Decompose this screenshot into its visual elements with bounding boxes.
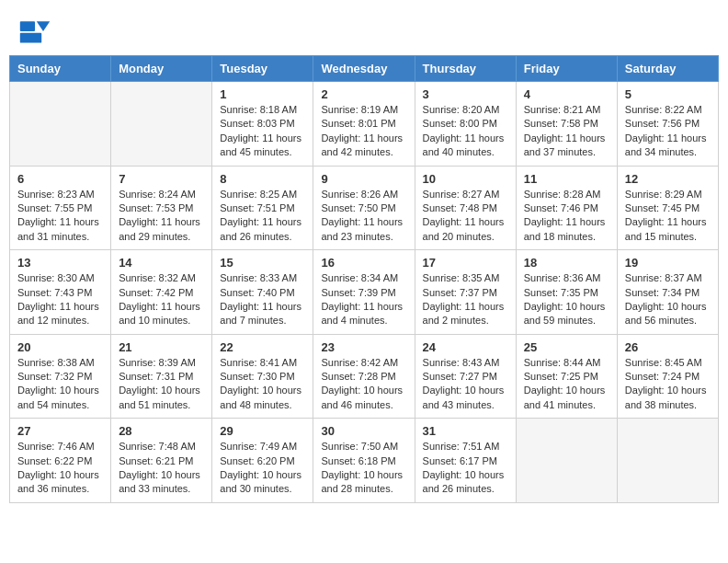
calendar-cell: 16Sunrise: 8:34 AM Sunset: 7:39 PM Dayli… <box>313 250 415 335</box>
day-number: 31 <box>423 424 508 438</box>
calendar-cell: 15Sunrise: 8:33 AM Sunset: 7:40 PM Dayli… <box>212 250 313 335</box>
day-info: Sunrise: 8:34 AM Sunset: 7:39 PM Dayligh… <box>321 271 406 328</box>
day-info: Sunrise: 8:39 AM Sunset: 7:31 PM Dayligh… <box>119 356 204 413</box>
day-number: 30 <box>321 424 406 438</box>
day-info: Sunrise: 8:37 AM Sunset: 7:34 PM Dayligh… <box>625 271 711 328</box>
column-header-saturday: Saturday <box>617 56 718 82</box>
calendar-cell: 13Sunrise: 8:30 AM Sunset: 7:43 PM Dayli… <box>10 250 111 335</box>
day-number: 18 <box>524 256 609 270</box>
page-header <box>0 0 728 55</box>
day-info: Sunrise: 8:25 AM Sunset: 7:51 PM Dayligh… <box>220 188 305 245</box>
calendar-cell: 1Sunrise: 8:18 AM Sunset: 8:03 PM Daylig… <box>212 82 313 167</box>
calendar-cell: 10Sunrise: 8:27 AM Sunset: 7:48 PM Dayli… <box>415 166 516 250</box>
calendar-cell: 18Sunrise: 8:36 AM Sunset: 7:35 PM Dayli… <box>516 250 617 335</box>
calendar-week-row: 1Sunrise: 8:18 AM Sunset: 8:03 PM Daylig… <box>10 82 719 167</box>
day-number: 17 <box>423 256 508 270</box>
calendar-cell: 27Sunrise: 7:46 AM Sunset: 6:22 PM Dayli… <box>10 419 111 503</box>
day-info: Sunrise: 7:46 AM Sunset: 6:22 PM Dayligh… <box>17 440 103 497</box>
day-number: 13 <box>17 256 103 270</box>
calendar-cell: 8Sunrise: 8:25 AM Sunset: 7:51 PM Daylig… <box>212 166 313 250</box>
day-info: Sunrise: 8:30 AM Sunset: 7:43 PM Dayligh… <box>17 271 103 328</box>
day-info: Sunrise: 8:28 AM Sunset: 7:46 PM Dayligh… <box>524 188 609 245</box>
day-number: 25 <box>524 340 609 354</box>
calendar-cell: 12Sunrise: 8:29 AM Sunset: 7:45 PM Dayli… <box>617 166 718 250</box>
day-info: Sunrise: 8:44 AM Sunset: 7:25 PM Dayligh… <box>524 356 609 413</box>
day-number: 16 <box>321 256 406 270</box>
calendar-cell: 26Sunrise: 8:45 AM Sunset: 7:24 PM Dayli… <box>617 334 718 419</box>
day-info: Sunrise: 8:33 AM Sunset: 7:40 PM Dayligh… <box>220 271 305 328</box>
calendar-week-row: 13Sunrise: 8:30 AM Sunset: 7:43 PM Dayli… <box>10 250 719 335</box>
logo-icon <box>18 15 51 48</box>
column-header-thursday: Thursday <box>415 56 516 82</box>
column-header-wednesday: Wednesday <box>313 56 415 82</box>
day-number: 27 <box>17 424 103 438</box>
calendar-header-row: SundayMondayTuesdayWednesdayThursdayFrid… <box>10 56 719 82</box>
day-number: 29 <box>220 424 305 438</box>
day-info: Sunrise: 8:24 AM Sunset: 7:53 PM Dayligh… <box>119 188 204 245</box>
calendar-table: SundayMondayTuesdayWednesdayThursdayFrid… <box>9 55 719 503</box>
calendar-cell <box>111 82 212 167</box>
day-number: 20 <box>17 340 103 354</box>
calendar-cell: 30Sunrise: 7:50 AM Sunset: 6:18 PM Dayli… <box>313 419 415 503</box>
calendar-cell: 4Sunrise: 8:21 AM Sunset: 7:58 PM Daylig… <box>516 82 617 167</box>
calendar-cell: 22Sunrise: 8:41 AM Sunset: 7:30 PM Dayli… <box>212 334 313 419</box>
calendar-week-row: 20Sunrise: 8:38 AM Sunset: 7:32 PM Dayli… <box>10 334 719 419</box>
day-info: Sunrise: 7:51 AM Sunset: 6:17 PM Dayligh… <box>423 440 508 497</box>
calendar-cell: 7Sunrise: 8:24 AM Sunset: 7:53 PM Daylig… <box>111 166 212 250</box>
day-info: Sunrise: 8:38 AM Sunset: 7:32 PM Dayligh… <box>17 356 103 413</box>
day-number: 24 <box>423 340 508 354</box>
column-header-tuesday: Tuesday <box>212 56 313 82</box>
day-number: 26 <box>625 340 711 354</box>
calendar-cell: 9Sunrise: 8:26 AM Sunset: 7:50 PM Daylig… <box>313 166 415 250</box>
day-info: Sunrise: 7:50 AM Sunset: 6:18 PM Dayligh… <box>321 440 406 497</box>
day-info: Sunrise: 8:32 AM Sunset: 7:42 PM Dayligh… <box>119 271 204 328</box>
day-number: 12 <box>625 172 711 186</box>
day-number: 15 <box>220 256 305 270</box>
calendar-cell: 31Sunrise: 7:51 AM Sunset: 6:17 PM Dayli… <box>415 419 516 503</box>
day-number: 9 <box>321 172 406 186</box>
calendar-container: SundayMondayTuesdayWednesdayThursdayFrid… <box>0 55 728 512</box>
calendar-cell: 17Sunrise: 8:35 AM Sunset: 7:37 PM Dayli… <box>415 250 516 335</box>
column-header-friday: Friday <box>516 56 617 82</box>
day-number: 11 <box>524 172 609 186</box>
calendar-cell <box>10 82 111 167</box>
calendar-cell: 23Sunrise: 8:42 AM Sunset: 7:28 PM Dayli… <box>313 334 415 419</box>
calendar-cell: 5Sunrise: 8:22 AM Sunset: 7:56 PM Daylig… <box>617 82 718 167</box>
calendar-cell: 14Sunrise: 8:32 AM Sunset: 7:42 PM Dayli… <box>111 250 212 335</box>
day-number: 21 <box>119 340 204 354</box>
day-info: Sunrise: 8:19 AM Sunset: 8:01 PM Dayligh… <box>321 103 406 160</box>
calendar-cell: 28Sunrise: 7:48 AM Sunset: 6:21 PM Dayli… <box>111 419 212 503</box>
calendar-cell: 29Sunrise: 7:49 AM Sunset: 6:20 PM Dayli… <box>212 419 313 503</box>
calendar-cell: 24Sunrise: 8:43 AM Sunset: 7:27 PM Dayli… <box>415 334 516 419</box>
calendar-cell: 3Sunrise: 8:20 AM Sunset: 8:00 PM Daylig… <box>415 82 516 167</box>
day-number: 3 <box>423 87 508 101</box>
svg-rect-2 <box>20 21 35 31</box>
day-info: Sunrise: 7:48 AM Sunset: 6:21 PM Dayligh… <box>119 440 204 497</box>
day-number: 23 <box>321 340 406 354</box>
calendar-cell: 25Sunrise: 8:44 AM Sunset: 7:25 PM Dayli… <box>516 334 617 419</box>
day-number: 10 <box>423 172 508 186</box>
svg-rect-3 <box>20 33 41 43</box>
calendar-cell: 20Sunrise: 8:38 AM Sunset: 7:32 PM Dayli… <box>10 334 111 419</box>
day-number: 2 <box>321 87 406 101</box>
day-info: Sunrise: 8:41 AM Sunset: 7:30 PM Dayligh… <box>220 356 305 413</box>
calendar-cell: 11Sunrise: 8:28 AM Sunset: 7:46 PM Dayli… <box>516 166 617 250</box>
day-number: 19 <box>625 256 711 270</box>
day-number: 6 <box>17 172 103 186</box>
calendar-cell: 2Sunrise: 8:19 AM Sunset: 8:01 PM Daylig… <box>313 82 415 167</box>
logo <box>18 15 55 48</box>
day-number: 1 <box>220 87 305 101</box>
calendar-week-row: 27Sunrise: 7:46 AM Sunset: 6:22 PM Dayli… <box>10 419 719 503</box>
day-info: Sunrise: 8:35 AM Sunset: 7:37 PM Dayligh… <box>423 271 508 328</box>
day-number: 14 <box>119 256 204 270</box>
calendar-cell: 21Sunrise: 8:39 AM Sunset: 7:31 PM Dayli… <box>111 334 212 419</box>
day-number: 4 <box>524 87 609 101</box>
day-info: Sunrise: 8:45 AM Sunset: 7:24 PM Dayligh… <box>625 356 711 413</box>
day-number: 7 <box>119 172 204 186</box>
calendar-cell <box>617 419 718 503</box>
day-number: 28 <box>119 424 204 438</box>
day-info: Sunrise: 8:23 AM Sunset: 7:55 PM Dayligh… <box>17 188 103 245</box>
day-info: Sunrise: 8:27 AM Sunset: 7:48 PM Dayligh… <box>423 188 508 245</box>
day-info: Sunrise: 8:26 AM Sunset: 7:50 PM Dayligh… <box>321 188 406 245</box>
day-info: Sunrise: 8:18 AM Sunset: 8:03 PM Dayligh… <box>220 103 305 160</box>
